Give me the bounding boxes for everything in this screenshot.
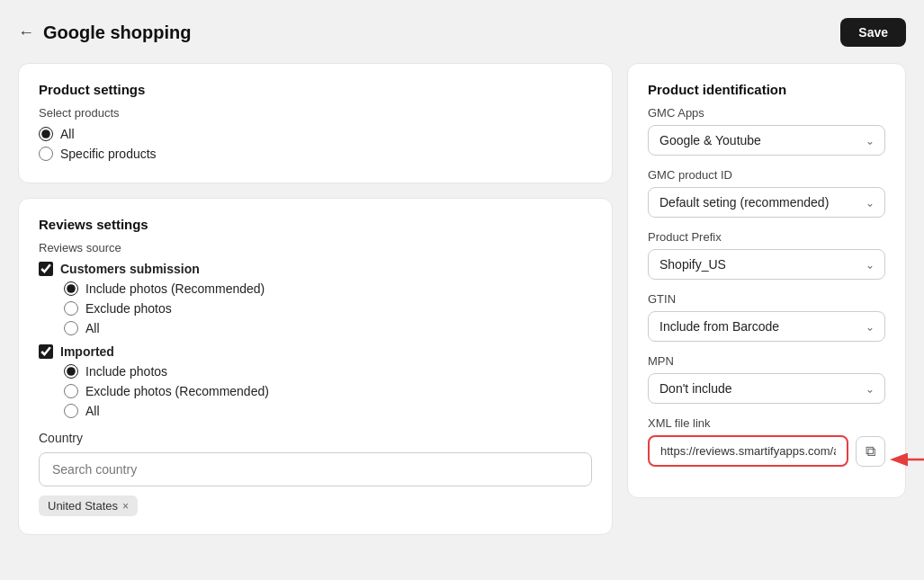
cs-exclude-photos-radio[interactable] — [64, 301, 78, 316]
gmc-apps-select-wrapper: Google & Youtube Google Youtube — [648, 125, 885, 156]
copy-xml-button[interactable]: ⧉ — [856, 436, 885, 467]
gmc-apps-label: GMC Apps — [648, 106, 885, 120]
customers-submission-checkbox[interactable] — [39, 262, 53, 276]
product-prefix-select-wrapper: Shopify_US Shopify_UK Shopify_CA — [648, 249, 885, 280]
xml-link-row: ⧉ — [648, 435, 885, 467]
specific-products-radio[interactable] — [39, 147, 53, 161]
cs-exclude-photos-option[interactable]: Exclude photos — [64, 301, 592, 316]
page-title: Google shopping — [43, 22, 191, 43]
xml-file-link-field: XML file link ⧉ — [648, 416, 885, 467]
product-prefix-select[interactable]: Shopify_US Shopify_UK Shopify_CA — [648, 249, 885, 280]
reviews-settings-title: Reviews settings — [39, 217, 592, 232]
product-settings-title: Product settings — [39, 82, 592, 97]
mpn-select-wrapper: Don't include Include Custom — [648, 373, 885, 404]
specific-products-label: Specific products — [60, 147, 157, 161]
imported-checkbox-item[interactable]: Imported — [39, 344, 592, 359]
gmc-product-id-field: GMC product ID Default seting (recommend… — [648, 168, 885, 218]
imp-include-photos-radio[interactable] — [64, 364, 78, 379]
copy-icon: ⧉ — [866, 443, 875, 459]
imp-exclude-photos-label: Exclude photos (Recommended) — [85, 384, 269, 398]
country-search-input[interactable] — [39, 452, 592, 486]
imp-all-label: All — [85, 404, 100, 418]
imported-label: Imported — [60, 344, 114, 359]
imp-all-radio[interactable] — [64, 404, 78, 418]
product-prefix-field: Product Prefix Shopify_US Shopify_UK Sho… — [648, 230, 885, 280]
product-prefix-label: Product Prefix — [648, 230, 885, 244]
imp-all-option[interactable]: All — [64, 404, 592, 418]
all-products-label: All — [60, 127, 75, 141]
country-tag-us: United States × — [39, 495, 138, 516]
gmc-apps-field: GMC Apps Google & Youtube Google Youtube — [648, 106, 885, 156]
back-button[interactable]: ← — [18, 23, 34, 42]
gtin-select-wrapper: Include from Barcode Exclude Custom — [648, 311, 885, 342]
imported-options: Include photos Exclude photos (Recommend… — [64, 364, 592, 418]
country-section: Country United States × — [39, 431, 592, 516]
product-settings-card: Product settings Select products All Spe… — [18, 63, 613, 183]
xml-file-link-input[interactable] — [648, 435, 848, 467]
cs-include-photos-label: Include photos (Recommended) — [85, 281, 265, 296]
gtin-field: GTIN Include from Barcode Exclude Custom — [648, 292, 885, 342]
product-identification-title: Product identification — [648, 82, 885, 97]
cs-exclude-photos-label: Exclude photos — [85, 301, 172, 316]
cs-all-label: All — [85, 321, 100, 335]
mpn-label: MPN — [648, 354, 885, 368]
customers-submission-label: Customers submission — [60, 262, 200, 276]
imp-include-photos-option[interactable]: Include photos — [64, 364, 592, 379]
country-tag-us-label: United States — [48, 499, 118, 513]
reviews-source-label: Reviews source — [39, 241, 592, 254]
red-arrow-indicator — [889, 449, 924, 470]
customers-submission-checkbox-item[interactable]: Customers submission — [39, 262, 592, 276]
cs-include-photos-radio[interactable] — [64, 281, 78, 296]
gtin-select[interactable]: Include from Barcode Exclude Custom — [648, 311, 885, 342]
mpn-select[interactable]: Don't include Include Custom — [648, 373, 885, 404]
xml-file-link-label: XML file link — [648, 416, 885, 430]
cs-include-photos-option[interactable]: Include photos (Recommended) — [64, 281, 592, 296]
imp-exclude-photos-radio[interactable] — [64, 384, 78, 398]
country-tags: United States × — [39, 495, 592, 516]
customers-submission-options: Include photos (Recommended) Exclude pho… — [64, 281, 592, 335]
all-products-option[interactable]: All — [39, 127, 592, 141]
cs-all-radio[interactable] — [64, 321, 78, 335]
reviews-settings-card: Reviews settings Reviews source Customer… — [18, 198, 613, 535]
country-label: Country — [39, 431, 592, 445]
product-options-group: All Specific products — [39, 127, 592, 161]
specific-products-option[interactable]: Specific products — [39, 147, 592, 161]
gmc-product-id-select[interactable]: Default seting (recommended) Custom — [648, 187, 885, 218]
gmc-apps-select[interactable]: Google & Youtube Google Youtube — [648, 125, 885, 156]
imported-checkbox[interactable] — [39, 344, 53, 359]
gtin-label: GTIN — [648, 292, 885, 306]
gmc-product-id-select-wrapper: Default seting (recommended) Custom — [648, 187, 885, 218]
gmc-product-id-label: GMC product ID — [648, 168, 885, 182]
imp-include-photos-label: Include photos — [85, 364, 167, 379]
mpn-field: MPN Don't include Include Custom — [648, 354, 885, 404]
save-button[interactable]: Save — [840, 18, 906, 47]
all-products-radio[interactable] — [39, 127, 53, 141]
imp-exclude-photos-option[interactable]: Exclude photos (Recommended) — [64, 384, 592, 398]
select-products-label: Select products — [39, 106, 592, 120]
cs-all-option[interactable]: All — [64, 321, 592, 335]
product-identification-card: Product identification GMC Apps Google &… — [627, 63, 906, 498]
country-tag-us-remove[interactable]: × — [122, 501, 129, 512]
